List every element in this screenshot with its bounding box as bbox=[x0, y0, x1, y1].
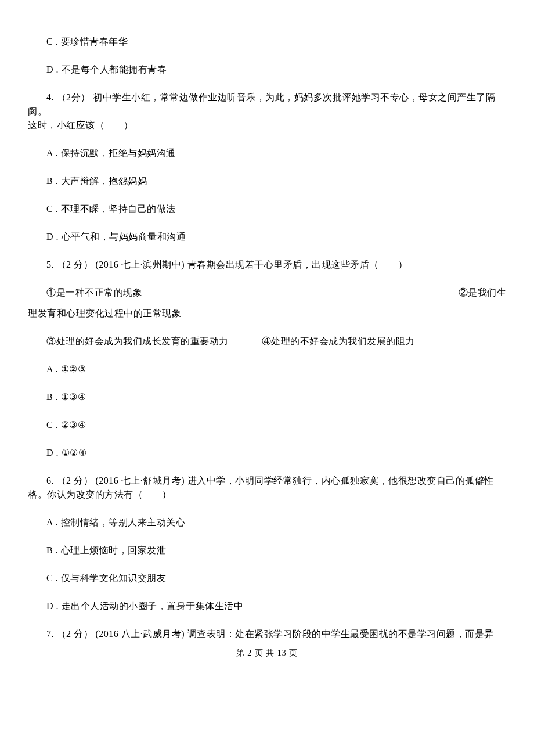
option-text: B . 大声辩解，抱怨妈妈 bbox=[46, 176, 147, 186]
statement-2: ②是我们生 bbox=[440, 286, 507, 300]
q4-option-a: A . 保持沉默，拒绝与妈妈沟通 bbox=[28, 146, 506, 160]
question-text: 格。你认为改变的方法有（ ） bbox=[28, 489, 172, 499]
q6-option-d: D . 走出个人活动的小圈子，置身于集体生活中 bbox=[28, 599, 506, 613]
option-text: C . 仅与科学文化知识交朋友 bbox=[46, 573, 166, 583]
statement-4: ④处理的不好会成为我们发展的阻力 bbox=[262, 336, 415, 346]
q5-statements-row1: ①是一种不正常的现象 ②是我们生 bbox=[28, 286, 506, 300]
question-text: 这时，小红应该（ ） bbox=[28, 120, 134, 130]
q4-option-b: B . 大声辩解，抱怨妈妈 bbox=[28, 174, 506, 188]
question-text: 4. （2分） 初中学生小红，常常边做作业边听音乐，为此，妈妈多次批评她学习不专… bbox=[28, 92, 495, 116]
q5-statements-row2: ③处理的好会成为我们成长发育的重要动力 ④处理的不好会成为我们发展的阻力 bbox=[28, 334, 506, 348]
q6-stem-line1: 6. （2 分） (2016 七上·舒城月考) 进入中学，小明同学经常独行，内心… bbox=[28, 474, 506, 488]
question-text: 6. （2 分） (2016 七上·舒城月考) 进入中学，小明同学经常独行，内心… bbox=[46, 476, 494, 485]
option-text: C . ②③④ bbox=[46, 420, 86, 430]
option-text: C . 不理不睬，坚持自己的做法 bbox=[46, 204, 176, 214]
page-footer: 第 2 页 共 13 页 bbox=[28, 647, 506, 659]
q5-option-d: D . ①②④ bbox=[28, 446, 506, 460]
q5-stem: 5. （2 分） (2016 七上·滨州期中) 青春期会出现若干心里矛盾，出现这… bbox=[28, 258, 506, 272]
footer-text: 第 2 页 共 13 页 bbox=[236, 649, 298, 657]
q6-option-a: A . 控制情绪，等别人来主动关心 bbox=[28, 516, 506, 530]
option-text: B . 心理上烦恼时，回家发泄 bbox=[46, 545, 166, 555]
q5-option-c: C . ②③④ bbox=[28, 418, 506, 432]
q5-statements-row1-cont: 理发育和心理变化过程中的正常现象 bbox=[28, 307, 506, 321]
question-text: 5. （2 分） (2016 七上·滨州期中) 青春期会出现若干心里矛盾，出现这… bbox=[46, 260, 407, 269]
question-text: 7. （2 分） (2016 八上·武威月考) 调查表明：处在紧张学习阶段的中学… bbox=[46, 629, 494, 639]
option-text: A . ①②③ bbox=[46, 364, 86, 374]
q6-option-c: C . 仅与科学文化知识交朋友 bbox=[28, 571, 506, 585]
q6-option-b: B . 心理上烦恼时，回家发泄 bbox=[28, 543, 506, 557]
option-text: D . 走出个人活动的小圈子，置身于集体生活中 bbox=[46, 601, 243, 611]
q5-option-a: A . ①②③ bbox=[28, 362, 506, 376]
q3-option-d: D . 不是每个人都能拥有青春 bbox=[28, 63, 506, 77]
q6-stem-line2: 格。你认为改变的方法有（ ） bbox=[28, 488, 506, 502]
option-text: D . 不是每个人都能拥有青春 bbox=[46, 64, 167, 74]
option-text: B . ①③④ bbox=[46, 392, 86, 402]
statement-3: ③处理的好会成为我们成长发育的重要动力 bbox=[46, 336, 229, 346]
q3-option-c: C . 要珍惜青春年华 bbox=[28, 35, 506, 49]
q4-option-c: C . 不理不睬，坚持自己的做法 bbox=[28, 202, 506, 216]
option-text: D . 心平气和，与妈妈商量和沟通 bbox=[46, 232, 186, 242]
q4-stem-line1: 4. （2分） 初中学生小红，常常边做作业边听音乐，为此，妈妈多次批评她学习不专… bbox=[28, 91, 506, 118]
option-text: D . ①②④ bbox=[46, 448, 86, 458]
q4-option-d: D . 心平气和，与妈妈商量和沟通 bbox=[28, 230, 506, 244]
option-text: A . 保持沉默，拒绝与妈妈沟通 bbox=[46, 148, 176, 158]
statement-1: ①是一种不正常的现象 bbox=[28, 286, 142, 300]
statement-2-cont: 理发育和心理变化过程中的正常现象 bbox=[28, 308, 181, 318]
q4-stem-line2: 这时，小红应该（ ） bbox=[28, 118, 506, 132]
option-text: C . 要珍惜青春年华 bbox=[46, 37, 128, 46]
q7-stem-line1: 7. （2 分） (2016 八上·武威月考) 调查表明：处在紧张学习阶段的中学… bbox=[28, 627, 506, 641]
q5-option-b: B . ①③④ bbox=[28, 390, 506, 404]
option-text: A . 控制情绪，等别人来主动关心 bbox=[46, 517, 185, 527]
